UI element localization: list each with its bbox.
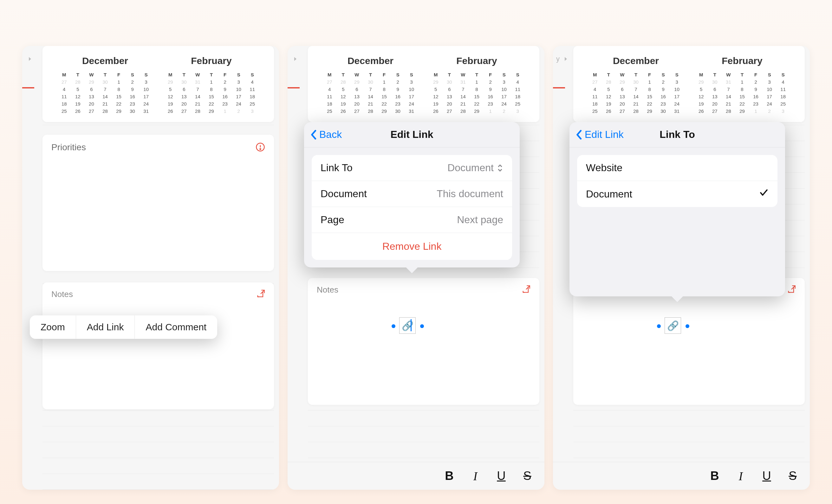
calendar-day[interactable]: 29 (735, 108, 749, 114)
calendar-day[interactable]: 4 (588, 86, 602, 92)
calendar-day[interactable]: 16 (126, 94, 139, 99)
calendar-day[interactable]: 20 (177, 101, 191, 107)
calendar-day[interactable]: 30 (656, 108, 670, 114)
calendar-day[interactable]: 20 (443, 101, 456, 107)
calendar-day[interactable]: 6 (616, 86, 629, 92)
calendar-day[interactable]: 26 (429, 108, 443, 114)
calendar-day[interactable]: 18 (588, 101, 602, 107)
calendar-day[interactable]: 10 (497, 86, 511, 92)
calendar-day[interactable]: 15 (735, 94, 749, 99)
calendar-day[interactable]: 17 (670, 94, 684, 99)
calendar-day[interactable]: 19 (694, 101, 708, 107)
calendar-day[interactable]: 20 (708, 101, 722, 107)
calendar-day[interactable]: 14 (191, 94, 205, 99)
calendar-day[interactable]: 27 (443, 108, 456, 114)
calendar-day[interactable]: 21 (456, 101, 470, 107)
calendar-day[interactable]: 11 (588, 94, 602, 99)
context-add-comment[interactable]: Add Comment (135, 315, 217, 339)
calendar-day[interactable]: 5 (602, 86, 616, 92)
calendar-day[interactable]: 21 (364, 101, 377, 107)
calendar-day[interactable]: 13 (616, 94, 629, 99)
calendar-day[interactable]: 30 (391, 108, 405, 114)
calendar-day[interactable]: 27 (588, 79, 602, 85)
calendar-day[interactable]: 7 (191, 86, 205, 92)
calendar-day[interactable]: 29 (164, 79, 177, 85)
calendar-day[interactable]: 22 (377, 101, 391, 107)
calendar-day[interactable]: 2 (762, 108, 776, 114)
calendar-day[interactable]: 22 (470, 101, 484, 107)
compose-icon[interactable] (787, 285, 796, 295)
calendar-day[interactable]: 10 (405, 86, 418, 92)
calendar-day[interactable]: 27 (708, 108, 722, 114)
calendar-day[interactable]: 7 (629, 86, 643, 92)
calendar-day[interactable]: 18 (776, 94, 790, 99)
calendar-day[interactable]: 31 (405, 108, 418, 114)
calendar-day[interactable]: 29 (377, 108, 391, 114)
context-add-link[interactable]: Add Link (76, 315, 135, 339)
calendar-day[interactable]: 16 (749, 94, 762, 99)
calendar-day[interactable]: 21 (722, 101, 735, 107)
calendar-day[interactable]: 21 (98, 101, 112, 107)
calendar-day[interactable]: 14 (722, 94, 735, 99)
calendar-day[interactable]: 19 (336, 101, 350, 107)
calendar-day[interactable]: 15 (470, 94, 484, 99)
linked-object[interactable]: 🔗 (665, 317, 681, 334)
notes-card[interactable]: Notes (43, 283, 274, 409)
calendar-day[interactable]: 20 (350, 101, 364, 107)
calendar-day[interactable]: 16 (218, 94, 232, 99)
calendar-day[interactable]: 28 (722, 108, 735, 114)
context-zoom[interactable]: Zoom (30, 315, 76, 339)
calendar-day[interactable]: 21 (191, 101, 205, 107)
calendar-day[interactable]: 29 (85, 79, 98, 85)
calendar-day[interactable]: 20 (85, 101, 98, 107)
calendar-day[interactable]: 13 (350, 94, 364, 99)
calendar-day[interactable]: 14 (98, 94, 112, 99)
calendar-day[interactable]: 3 (511, 108, 524, 114)
format-strike[interactable]: S (785, 469, 800, 483)
compose-icon[interactable] (256, 289, 265, 299)
calendar-day[interactable]: 3 (776, 108, 790, 114)
calendar-day[interactable]: 1 (377, 79, 391, 85)
calendar-day[interactable]: 9 (218, 86, 232, 92)
calendar-day[interactable]: 20 (616, 101, 629, 107)
calendar-day[interactable]: 21 (629, 101, 643, 107)
calendar-day[interactable]: 27 (350, 108, 364, 114)
calendar-day[interactable]: 28 (364, 108, 377, 114)
calendar-day[interactable]: 5 (429, 86, 443, 92)
calendar-day[interactable]: 31 (191, 79, 205, 85)
calendar-day[interactable]: 14 (456, 94, 470, 99)
remove-link-button[interactable]: Remove Link (312, 233, 512, 260)
calendar-day[interactable]: 12 (694, 94, 708, 99)
calendar-day[interactable]: 28 (98, 108, 112, 114)
calendar-day[interactable]: 24 (762, 101, 776, 107)
calendar-day[interactable]: 28 (336, 79, 350, 85)
calendar-day[interactable]: 1 (112, 79, 126, 85)
selection-handle[interactable] (657, 324, 661, 328)
calendar-day[interactable]: 2 (232, 108, 245, 114)
calendar-day[interactable]: 24 (497, 101, 511, 107)
calendar-day[interactable]: 15 (377, 94, 391, 99)
option-document[interactable]: Document (577, 181, 777, 207)
calendar-day[interactable]: 11 (245, 86, 259, 92)
calendar-day[interactable]: 13 (708, 94, 722, 99)
calendar-day[interactable]: 19 (71, 101, 85, 107)
calendar-day[interactable]: 6 (708, 86, 722, 92)
calendar-day[interactable]: 4 (776, 79, 790, 85)
calendar-day[interactable]: 24 (232, 101, 245, 107)
calendar-day[interactable]: 23 (218, 101, 232, 107)
calendar-day[interactable]: 17 (497, 94, 511, 99)
calendar-day[interactable]: 8 (112, 86, 126, 92)
calendar-day[interactable]: 7 (456, 86, 470, 92)
calendar-day[interactable]: 10 (762, 86, 776, 92)
calendar-day[interactable]: 2 (497, 108, 511, 114)
calendar-day[interactable]: 29 (112, 108, 126, 114)
calendar-day[interactable]: 12 (602, 94, 616, 99)
calendar-day[interactable]: 16 (391, 94, 405, 99)
format-underline[interactable]: U (494, 469, 509, 483)
calendar-day[interactable]: 1 (643, 79, 656, 85)
calendar-day[interactable]: 2 (218, 79, 232, 85)
format-italic[interactable]: I (468, 469, 483, 483)
calendar-day[interactable]: 18 (57, 101, 71, 107)
calendar-day[interactable]: 30 (629, 79, 643, 85)
calendar-day[interactable]: 22 (112, 101, 126, 107)
